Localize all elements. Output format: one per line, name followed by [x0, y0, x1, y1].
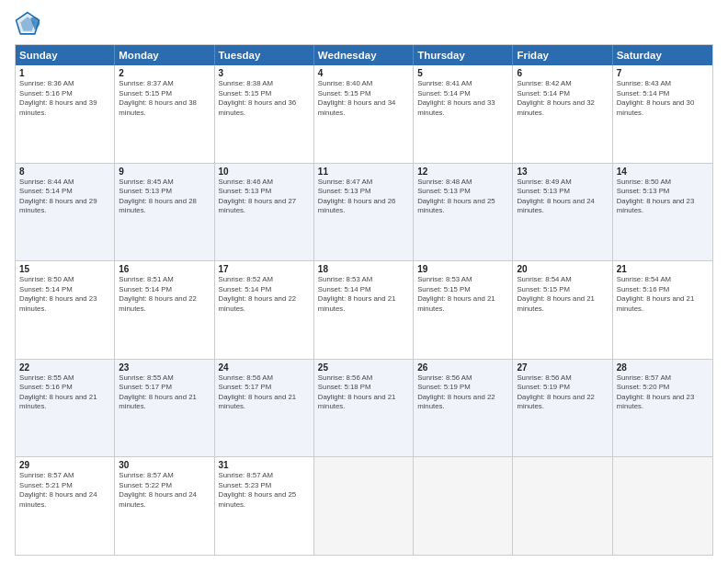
day-of-week-friday: Friday: [513, 45, 612, 65]
day-number: 2: [119, 68, 210, 78]
day-detail: Sunrise: 8:54 AMSunset: 5:16 PMDaylight:…: [617, 275, 709, 314]
day-number: 24: [219, 362, 310, 373]
calendar-cell: 17Sunrise: 8:52 AMSunset: 5:14 PMDayligh…: [215, 261, 314, 359]
calendar-row: 15Sunrise: 8:50 AMSunset: 5:14 PMDayligh…: [16, 260, 712, 359]
calendar-cell: [414, 457, 513, 555]
day-number: 17: [219, 264, 310, 274]
day-detail: Sunrise: 8:52 AMSunset: 5:14 PMDaylight:…: [219, 275, 310, 314]
calendar-cell: 6Sunrise: 8:42 AMSunset: 5:14 PMDaylight…: [513, 65, 612, 163]
day-number: 27: [517, 362, 608, 373]
day-detail: Sunrise: 8:51 AMSunset: 5:14 PMDaylight:…: [119, 275, 210, 314]
day-number: 21: [617, 264, 709, 274]
day-detail: Sunrise: 8:56 AMSunset: 5:19 PMDaylight:…: [517, 373, 608, 412]
calendar-cell: 28Sunrise: 8:57 AMSunset: 5:20 PMDayligh…: [613, 360, 712, 457]
day-number: 25: [318, 362, 409, 373]
day-number: 29: [19, 460, 110, 470]
calendar-cell: 12Sunrise: 8:48 AMSunset: 5:13 PMDayligh…: [414, 164, 513, 261]
logo: [15, 11, 44, 37]
day-detail: Sunrise: 8:57 AMSunset: 5:20 PMDaylight:…: [617, 373, 709, 412]
day-detail: Sunrise: 8:40 AMSunset: 5:15 PMDaylight:…: [318, 79, 409, 118]
day-detail: Sunrise: 8:49 AMSunset: 5:13 PMDaylight:…: [517, 178, 608, 216]
day-number: 9: [119, 167, 210, 177]
calendar-cell: 16Sunrise: 8:51 AMSunset: 5:14 PMDayligh…: [115, 261, 214, 359]
day-number: 7: [617, 68, 709, 78]
day-of-week-tuesday: Tuesday: [215, 45, 314, 65]
calendar-row: 29Sunrise: 8:57 AMSunset: 5:21 PMDayligh…: [16, 456, 712, 555]
day-of-week-saturday: Saturday: [613, 45, 712, 65]
day-detail: Sunrise: 8:43 AMSunset: 5:14 PMDaylight:…: [617, 79, 709, 118]
calendar-cell: 27Sunrise: 8:56 AMSunset: 5:19 PMDayligh…: [513, 360, 612, 457]
day-of-week-thursday: Thursday: [414, 45, 513, 65]
calendar-cell: 8Sunrise: 8:44 AMSunset: 5:14 PMDaylight…: [16, 164, 115, 261]
day-detail: Sunrise: 8:38 AMSunset: 5:15 PMDaylight:…: [219, 79, 310, 118]
day-detail: Sunrise: 8:55 AMSunset: 5:17 PMDaylight:…: [119, 373, 210, 412]
calendar-cell: 9Sunrise: 8:45 AMSunset: 5:13 PMDaylight…: [115, 164, 214, 261]
day-detail: Sunrise: 8:42 AMSunset: 5:14 PMDaylight:…: [517, 79, 608, 118]
day-of-week-wednesday: Wednesday: [314, 45, 414, 65]
calendar-row: 1Sunrise: 8:36 AMSunset: 5:16 PMDaylight…: [16, 65, 712, 163]
day-detail: Sunrise: 8:57 AMSunset: 5:23 PMDaylight:…: [219, 471, 310, 510]
day-detail: Sunrise: 8:50 AMSunset: 5:13 PMDaylight:…: [617, 178, 709, 216]
calendar-cell: [513, 457, 612, 555]
day-number: 8: [19, 167, 110, 177]
calendar-cell: 21Sunrise: 8:54 AMSunset: 5:16 PMDayligh…: [613, 261, 712, 359]
day-of-week-monday: Monday: [115, 45, 214, 65]
day-number: 10: [219, 167, 310, 177]
day-number: 14: [617, 167, 709, 177]
calendar-cell: 5Sunrise: 8:41 AMSunset: 5:14 PMDaylight…: [414, 65, 513, 163]
calendar-cell: 4Sunrise: 8:40 AMSunset: 5:15 PMDaylight…: [314, 65, 414, 163]
day-detail: Sunrise: 8:56 AMSunset: 5:17 PMDaylight:…: [219, 373, 310, 412]
calendar-cell: 19Sunrise: 8:53 AMSunset: 5:15 PMDayligh…: [414, 261, 513, 359]
day-number: 11: [318, 167, 409, 177]
calendar-cell: [613, 457, 712, 555]
day-number: 20: [517, 264, 608, 274]
day-of-week-sunday: Sunday: [16, 45, 115, 65]
calendar-cell: 15Sunrise: 8:50 AMSunset: 5:14 PMDayligh…: [16, 261, 115, 359]
calendar-row: 8Sunrise: 8:44 AMSunset: 5:14 PMDaylight…: [16, 163, 712, 261]
day-number: 15: [19, 264, 110, 274]
day-number: 6: [517, 68, 608, 78]
day-number: 18: [318, 264, 409, 274]
day-detail: Sunrise: 8:45 AMSunset: 5:13 PMDaylight:…: [119, 178, 210, 216]
page: SundayMondayTuesdayWednesdayThursdayFrid…: [0, 0, 728, 563]
day-detail: Sunrise: 8:41 AMSunset: 5:14 PMDaylight:…: [417, 79, 508, 118]
calendar-header: SundayMondayTuesdayWednesdayThursdayFrid…: [16, 45, 712, 65]
day-detail: Sunrise: 8:46 AMSunset: 5:13 PMDaylight:…: [219, 178, 310, 216]
calendar-cell: 20Sunrise: 8:54 AMSunset: 5:15 PMDayligh…: [513, 261, 612, 359]
calendar-cell: [314, 457, 414, 555]
day-number: 5: [417, 68, 508, 78]
day-number: 22: [19, 362, 110, 373]
calendar-cell: 24Sunrise: 8:56 AMSunset: 5:17 PMDayligh…: [215, 360, 314, 457]
logo-icon: [15, 11, 40, 37]
day-detail: Sunrise: 8:44 AMSunset: 5:14 PMDaylight:…: [19, 178, 110, 216]
day-number: 31: [219, 460, 310, 470]
day-detail: Sunrise: 8:48 AMSunset: 5:13 PMDaylight:…: [417, 178, 508, 216]
calendar-cell: 13Sunrise: 8:49 AMSunset: 5:13 PMDayligh…: [513, 164, 612, 261]
calendar-cell: 23Sunrise: 8:55 AMSunset: 5:17 PMDayligh…: [115, 360, 214, 457]
calendar-cell: 11Sunrise: 8:47 AMSunset: 5:13 PMDayligh…: [314, 164, 414, 261]
day-number: 13: [517, 167, 608, 177]
day-detail: Sunrise: 8:53 AMSunset: 5:15 PMDaylight:…: [417, 275, 508, 314]
day-number: 3: [219, 68, 310, 78]
calendar-cell: 18Sunrise: 8:53 AMSunset: 5:14 PMDayligh…: [314, 261, 414, 359]
day-number: 4: [318, 68, 409, 78]
day-detail: Sunrise: 8:56 AMSunset: 5:18 PMDaylight:…: [318, 373, 409, 412]
calendar-cell: 30Sunrise: 8:57 AMSunset: 5:22 PMDayligh…: [115, 457, 214, 555]
calendar-cell: 25Sunrise: 8:56 AMSunset: 5:18 PMDayligh…: [314, 360, 414, 457]
calendar-cell: 26Sunrise: 8:56 AMSunset: 5:19 PMDayligh…: [414, 360, 513, 457]
calendar-cell: 31Sunrise: 8:57 AMSunset: 5:23 PMDayligh…: [215, 457, 314, 555]
day-number: 12: [417, 167, 508, 177]
calendar-cell: 10Sunrise: 8:46 AMSunset: 5:13 PMDayligh…: [215, 164, 314, 261]
calendar-cell: 3Sunrise: 8:38 AMSunset: 5:15 PMDaylight…: [215, 65, 314, 163]
calendar-cell: 7Sunrise: 8:43 AMSunset: 5:14 PMDaylight…: [613, 65, 712, 163]
day-detail: Sunrise: 8:47 AMSunset: 5:13 PMDaylight:…: [318, 178, 409, 216]
calendar-cell: 14Sunrise: 8:50 AMSunset: 5:13 PMDayligh…: [613, 164, 712, 261]
day-detail: Sunrise: 8:36 AMSunset: 5:16 PMDaylight:…: [19, 79, 110, 118]
calendar-cell: 22Sunrise: 8:55 AMSunset: 5:16 PMDayligh…: [16, 360, 115, 457]
day-number: 23: [119, 362, 210, 373]
header: [15, 11, 713, 37]
day-number: 16: [119, 264, 210, 274]
day-number: 30: [119, 460, 210, 470]
calendar-body: 1Sunrise: 8:36 AMSunset: 5:16 PMDaylight…: [16, 65, 712, 555]
day-number: 1: [19, 68, 110, 78]
